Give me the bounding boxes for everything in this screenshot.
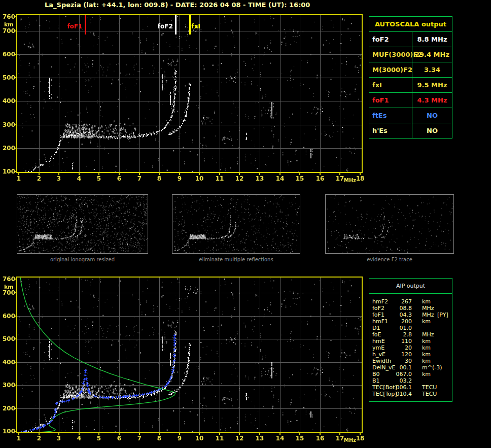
y-axis-tick-label: 100 [1,168,15,175]
aip-cell-u: TECU [422,384,437,391]
aip-row: hmF2267km [369,298,452,305]
aip-cell-v: 03.2 [394,377,412,384]
aip-cell-l: hmF2 [372,298,388,305]
aip-row: foE2.8MHz [369,331,452,338]
aip-cell-u: km [422,344,431,351]
fof1-marker-label: foF1 [61,23,83,29]
aip-cell-v: 08.8 [394,305,412,312]
aip-cell-v: 110 [394,338,412,344]
panel-caption-evidence: evidence F2 trace [325,257,454,262]
x-axis-tick-label: 1 [13,435,25,441]
y-axis-tick-label: 600 [1,313,15,319]
row-label: ftEs [369,108,412,123]
x-axis-tick-label: 15 [294,176,306,182]
autoscala-screen: La_Spezia (lat: +44.1, lon: 009.8) - DAT… [0,0,491,448]
table-row-fxi: fxI 9.5 MHz [369,77,452,92]
x-axis-tick-label: 13 [254,435,266,441]
aip-cell-v: 200 [394,318,412,325]
aip-cell-l: foF1 [372,312,384,318]
x-axis-tick-label: 2 [33,435,45,441]
x-axis-unit-label: MHz [344,437,356,443]
panel-original-ionogram-canvas [17,194,148,254]
aip-cell-l: B0 [372,371,380,377]
y-axis-tick-label: 500 [1,75,15,81]
x-axis-unit-label: MHz [344,178,356,183]
row-label: foF2 [369,32,412,47]
aip-cell-u: m^(-3) [422,364,442,371]
aip-row: hmF1200km [369,318,452,325]
aip-row: B0067.0km [369,371,452,377]
aip-cell-v: 267 [394,298,412,305]
aip-row: TEC[Top]010.4TECU [369,391,452,397]
row-label: foF1 [369,93,412,108]
aip-cell-v: 120 [394,351,412,358]
aip-cell-u: km [422,351,431,358]
aip-row: foF208.8MHz [369,305,452,312]
aip-cell-v: 006.1 [394,384,412,391]
x-axis-tick-label: 7 [133,176,146,182]
aip-cell-u: km [422,298,431,305]
row-label: M(3000)F2 [369,62,412,77]
y-axis-tick-label: 200 [1,405,15,411]
x-axis-tick-label: 10 [193,435,205,441]
x-axis-tick-label: 3 [53,176,65,182]
y-axis-tick-label: 300 [1,382,15,388]
aip-cell-l: B1 [372,377,380,384]
aip-cell-x: [PY] [437,312,448,318]
bottom-ionogram-canvas [13,273,364,435]
x-axis-tick-label: 4 [73,176,85,182]
aip-row: Ewidth30km [369,358,452,364]
row-value: 3.34 [412,62,452,77]
autoscala-table-header: AUTOSCALA output [369,17,452,31]
x-axis-tick-label: 4 [73,435,85,441]
y-axis-tick-label: 600 [1,51,15,57]
aip-cell-l: h_vE [372,351,385,358]
aip-table-header: AIP output [369,279,452,294]
aip-cell-l: Ewidth [372,358,391,364]
row-value: 9.5 MHz [412,78,452,92]
y-axis-tick-label: 400 [1,98,15,104]
fxi-marker-label: fxI [192,23,200,29]
aip-cell-l: ymE [372,344,384,351]
y-axis-unit-label: km [4,22,14,27]
top-ionogram-canvas [13,13,364,177]
aip-row: h_vE120km [369,351,452,358]
x-axis-tick-label: 12 [233,435,246,441]
panel-eliminate-reflections-canvas [172,194,300,254]
table-row-ftes: ftEs NO [369,108,452,123]
aip-cell-v: 20 [394,344,412,351]
x-axis-tick-label: 6 [113,176,125,182]
y-axis-tick-label: 100 [1,428,15,434]
x-axis-tick-label: 8 [153,176,165,182]
y-axis-tick-label: 300 [1,122,15,128]
aip-cell-l: foE [372,331,381,338]
x-axis-tick-label: 13 [254,176,266,182]
aip-cell-v: 067.0 [394,371,412,377]
aip-cell-u: km [422,371,431,377]
aip-cell-v: 00.1 [394,364,412,371]
x-axis-tick-label: 8 [153,435,165,441]
row-value: NO [412,123,452,138]
aip-table-rows: hmF2267kmfoF208.8MHzfoF104.3MHz[PY]hmF12… [369,294,452,397]
x-axis-tick-label: 7 [133,435,146,441]
aip-cell-l: D1 [372,325,380,331]
x-axis-tick-label: 9 [173,176,186,182]
aip-cell-l: hmE [372,338,385,344]
x-axis-tick-label: 16 [314,435,326,441]
aip-cell-v: 04.3 [394,312,412,318]
aip-cell-u: MHz [422,305,434,312]
y-axis-tick-label: 200 [1,145,15,151]
aip-row: D101.0 [369,325,452,331]
aip-cell-u: km [422,338,431,344]
aip-row: TEC[Bot]006.1TECU [369,384,452,391]
aip-row: B103.2 [369,377,452,384]
aip-cell-l: foF2 [372,305,384,312]
x-axis-tick-label: 16 [314,176,326,182]
x-axis-tick-label: 14 [274,435,286,441]
x-axis-tick-label: 10 [193,176,205,182]
aip-output-table: AIP output hmF2267kmfoF208.8MHzfoF104.3M… [369,278,452,402]
aip-cell-v: 2.8 [394,331,412,338]
x-axis-tick-label: 9 [173,435,186,441]
aip-cell-u: TECU [422,391,437,397]
x-axis-tick-label: 2 [33,176,45,182]
